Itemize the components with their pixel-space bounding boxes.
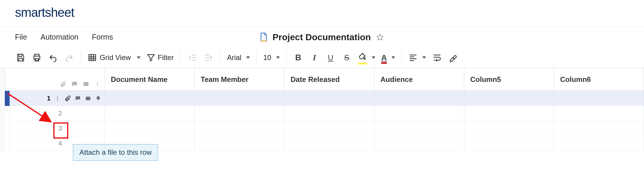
text-color-button[interactable]: A: [381, 52, 395, 63]
grid-row[interactable]: 2: [5, 106, 644, 121]
undo-icon[interactable]: [48, 52, 58, 63]
row-number: 3: [50, 124, 62, 132]
column-header[interactable]: Column6: [554, 68, 644, 91]
font-family-select[interactable]: Arial: [227, 52, 250, 63]
column-header[interactable]: Date Released: [285, 68, 374, 91]
column-header[interactable]: Team Member: [195, 68, 285, 91]
row-reminder-icon[interactable]: [95, 95, 102, 102]
row-number: 4: [50, 140, 62, 147]
font-family-label: Arial: [227, 53, 241, 62]
cell[interactable]: [195, 91, 285, 106]
chevron-down-icon: [422, 56, 426, 59]
cell[interactable]: [554, 91, 644, 106]
cell[interactable]: [195, 106, 285, 121]
cell[interactable]: [374, 136, 464, 151]
row-number: 2: [50, 110, 62, 117]
svg-rect-0: [89, 55, 96, 61]
grid-header-row: i Document Name Team Member Date Release…: [5, 68, 644, 91]
favorite-star-button[interactable]: [376, 33, 385, 42]
row-number: 1: [39, 94, 51, 102]
app-logo: smartsheet: [15, 5, 74, 20]
comment-header-icon[interactable]: [71, 80, 78, 88]
menu-bar: File Automation Forms Project Documentat…: [0, 27, 644, 48]
cell[interactable]: [464, 136, 554, 151]
row-selected-indicator: [5, 121, 10, 136]
svg-point-2: [57, 96, 58, 97]
cell[interactable]: [464, 106, 554, 121]
redo-icon: [64, 52, 74, 63]
cell[interactable]: [554, 136, 644, 151]
cell[interactable]: [374, 121, 464, 136]
cell[interactable]: [105, 106, 195, 121]
row-header[interactable]: 3: [10, 121, 105, 136]
cell[interactable]: [374, 91, 464, 106]
row-attach-icon[interactable]: +: [64, 95, 71, 102]
grid-row[interactable]: 3: [5, 121, 644, 136]
save-icon[interactable]: [16, 52, 26, 63]
cell[interactable]: [554, 121, 644, 136]
row-selected-indicator: [5, 106, 10, 121]
cell[interactable]: [105, 91, 195, 106]
grid-corner-cell: i: [5, 68, 105, 91]
wrap-text-button[interactable]: [432, 52, 442, 63]
row-selected-indicator: [5, 136, 10, 151]
print-icon[interactable]: [32, 52, 42, 63]
bold-button[interactable]: B: [293, 52, 303, 63]
menu-automation[interactable]: Automation: [40, 33, 78, 41]
clear-format-button[interactable]: [448, 52, 458, 63]
info-header-icon[interactable]: i: [94, 80, 101, 88]
cell[interactable]: [285, 106, 374, 121]
row-comment-icon[interactable]: [75, 95, 81, 102]
chevron-down-icon: [137, 56, 140, 59]
cell[interactable]: [105, 121, 195, 136]
column-header[interactable]: Audience: [374, 68, 464, 91]
sheet-area: i Document Name Team Member Date Release…: [0, 68, 644, 151]
cell[interactable]: [374, 106, 464, 121]
svg-rect-6: [86, 97, 90, 100]
row-menu-icon[interactable]: [54, 95, 61, 102]
cell[interactable]: [554, 106, 644, 121]
filter-label: Filter: [158, 53, 174, 62]
cell[interactable]: [195, 121, 285, 136]
menu-file[interactable]: File: [15, 33, 27, 41]
app-logo-row: smartsheet: [0, 0, 644, 26]
grid-row[interactable]: 1 +: [5, 91, 644, 106]
cell[interactable]: [464, 91, 554, 106]
underline-button[interactable]: U: [326, 52, 336, 63]
row-proof-icon[interactable]: [85, 95, 91, 102]
cell[interactable]: [285, 91, 374, 106]
row-header[interactable]: 2: [10, 106, 105, 121]
italic-button[interactable]: I: [309, 52, 320, 63]
chevron-down-icon: [276, 56, 280, 59]
filter-button[interactable]: Filter: [146, 52, 174, 63]
document-title-wrap: Project Documentation: [259, 32, 385, 42]
attachment-header-icon[interactable]: [60, 80, 67, 88]
indent-icon: [203, 52, 214, 63]
sheet-icon: [259, 32, 268, 42]
cell[interactable]: [195, 136, 285, 151]
font-size-label: 10: [263, 53, 271, 62]
chevron-down-icon: [372, 56, 375, 59]
column-header[interactable]: Column5: [464, 68, 554, 91]
document-title: Project Documentation: [273, 32, 371, 42]
svg-rect-1: [84, 82, 89, 86]
fill-color-button[interactable]: [358, 52, 375, 63]
cell[interactable]: [285, 121, 374, 136]
tooltip-attach-row: Attach a file to this row: [73, 144, 158, 161]
svg-point-3: [57, 98, 58, 99]
font-size-select[interactable]: 10: [263, 52, 280, 63]
proof-header-icon[interactable]: [82, 80, 90, 88]
outdent-icon: [187, 52, 197, 63]
view-switcher[interactable]: Grid View: [88, 52, 140, 63]
column-header[interactable]: Document Name: [105, 68, 195, 91]
svg-text:+: +: [69, 95, 71, 98]
row-header[interactable]: 1 +: [10, 91, 105, 106]
cell[interactable]: [464, 121, 554, 136]
align-button[interactable]: [409, 52, 426, 63]
view-label: Grid View: [100, 53, 131, 62]
menu-forms[interactable]: Forms: [92, 33, 113, 41]
svg-point-4: [57, 99, 58, 100]
cell[interactable]: [285, 136, 374, 151]
toolbar: Grid View Filter Arial 10 B I: [0, 48, 644, 68]
strikethrough-button[interactable]: S: [342, 52, 352, 63]
